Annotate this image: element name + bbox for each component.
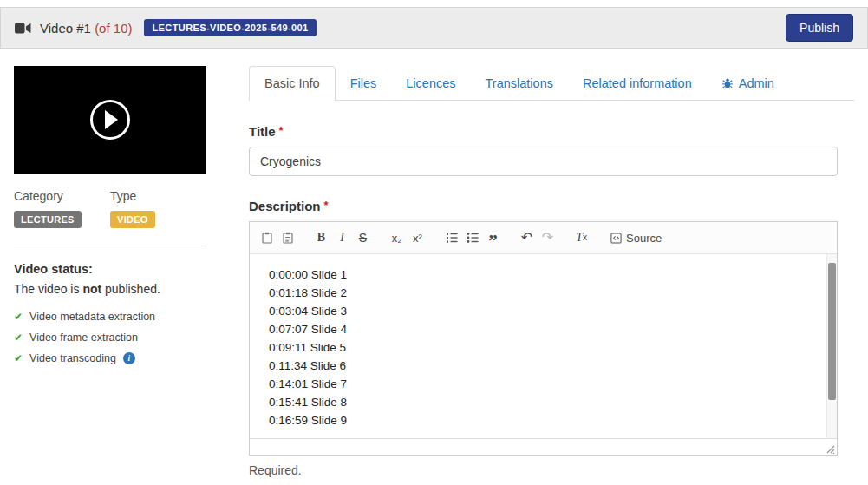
- check-icon: ✔: [14, 353, 23, 364]
- report-number-badge: LECTURES-VIDEO-2025-549-001: [144, 19, 316, 36]
- editor-bottom-bar: [250, 438, 837, 455]
- tab-bar: Basic Info Files Licences Translations R…: [249, 66, 854, 101]
- tab-basic-info[interactable]: Basic Info: [249, 66, 336, 101]
- editor-line: 0:00:00 Slide 1: [269, 265, 818, 284]
- tab-licences[interactable]: Licences: [391, 67, 470, 100]
- editor-scrollbar[interactable]: [826, 254, 837, 438]
- type-label: Type: [110, 189, 206, 203]
- title-input[interactable]: [249, 147, 838, 176]
- processing-checklist: ✔ Video metadata extraction ✔ Video fram…: [14, 311, 206, 364]
- check-icon: ✔: [14, 311, 23, 322]
- editor-line: 0:16:59 Slide 9: [269, 411, 818, 429]
- play-icon[interactable]: [90, 100, 130, 140]
- remove-format-button[interactable]: Tx: [575, 230, 588, 246]
- editor-text: 0:00:00 Slide 1 0:01:18 Slide 2 0:03:04 …: [250, 254, 837, 438]
- editor-line: 0:14:01 Slide 7: [269, 375, 818, 393]
- tab-files[interactable]: Files: [336, 67, 392, 100]
- editor-line: 0:09:11 Slide 5: [269, 338, 818, 357]
- bug-icon: [721, 77, 734, 89]
- check-item-transcoding: ✔ Video transcoding i: [14, 352, 206, 364]
- required-asterisk: *: [324, 199, 329, 212]
- editor-line: 0:03:04 Slide 3: [269, 302, 818, 320]
- category-label: Category: [14, 189, 110, 203]
- video-form-panel: Basic Info Files Licences Translations R…: [249, 66, 854, 477]
- publish-button[interactable]: Publish: [786, 14, 853, 42]
- paste-icon[interactable]: [260, 230, 273, 246]
- top-bar: Video #1 (of 10) LECTURES-VIDEO-2025-549…: [0, 7, 868, 49]
- info-icon[interactable]: i: [123, 352, 135, 364]
- editor-line: 0:15:41 Slide 8: [269, 393, 818, 411]
- video-meta: Category LECTURES Type VIDEO: [14, 189, 206, 228]
- tab-admin[interactable]: Admin: [707, 67, 789, 100]
- blockquote-button[interactable]: ”: [486, 230, 499, 246]
- required-note: Required.: [249, 463, 838, 477]
- strikethrough-button[interactable]: S: [356, 230, 369, 246]
- resize-handle-icon[interactable]: [825, 443, 835, 454]
- video-sidebar: Category LECTURES Type VIDEO Video statu…: [14, 66, 206, 477]
- tab-related-information[interactable]: Related information: [568, 67, 707, 100]
- superscript-button[interactable]: x²: [411, 230, 424, 246]
- basic-info-form: Title* Description* B I S x₂: [249, 101, 854, 477]
- video-status-title: Video status:: [14, 262, 206, 276]
- bold-button[interactable]: B: [315, 230, 328, 246]
- video-counter-count: (of 10): [95, 21, 132, 36]
- video-counter-text: Video #1: [40, 21, 95, 36]
- description-editor: B I S x₂ x² ” ↶ ↷: [249, 221, 838, 456]
- title-label: Title*: [249, 124, 838, 139]
- editor-line: 0:11:34 Slide 6: [269, 357, 818, 375]
- italic-button[interactable]: I: [336, 230, 349, 246]
- editor-line: 0:07:07 Slide 4: [269, 320, 818, 338]
- video-status-text: The video is not published.: [14, 282, 206, 296]
- video-thumbnail[interactable]: [14, 66, 206, 174]
- scrollbar-thumb[interactable]: [828, 263, 836, 400]
- redo-button[interactable]: ↷: [541, 230, 554, 246]
- sidebar-divider: [14, 246, 206, 246]
- video-camera-icon: [15, 23, 31, 34]
- paste-from-word-icon[interactable]: [281, 230, 294, 246]
- editor-toolbar: B I S x₂ x² ” ↶ ↷: [250, 222, 837, 254]
- source-icon: [610, 233, 622, 244]
- video-counter: Video #1 (of 10): [40, 21, 132, 36]
- editor-line: 0:01:18 Slide 2: [269, 284, 818, 302]
- type-badge: VIDEO: [110, 211, 155, 228]
- source-button[interactable]: Source: [610, 232, 662, 245]
- bulleted-list-icon[interactable]: [466, 230, 479, 246]
- undo-button[interactable]: ↶: [520, 230, 533, 246]
- description-label: Description*: [249, 199, 838, 213]
- category-badge: LECTURES: [14, 211, 82, 228]
- subscript-button[interactable]: x₂: [390, 230, 403, 246]
- check-item-frame-extraction: ✔ Video frame extraction: [14, 331, 206, 344]
- check-item-metadata-extraction: ✔ Video metadata extraction: [14, 311, 206, 323]
- check-icon: ✔: [14, 332, 23, 343]
- numbered-list-icon[interactable]: [445, 230, 458, 246]
- required-asterisk: *: [279, 124, 284, 137]
- tab-translations[interactable]: Translations: [471, 67, 568, 100]
- editor-content[interactable]: 0:00:00 Slide 1 0:01:18 Slide 2 0:03:04 …: [250, 254, 837, 438]
- main-content: Category LECTURES Type VIDEO Video statu…: [0, 49, 868, 477]
